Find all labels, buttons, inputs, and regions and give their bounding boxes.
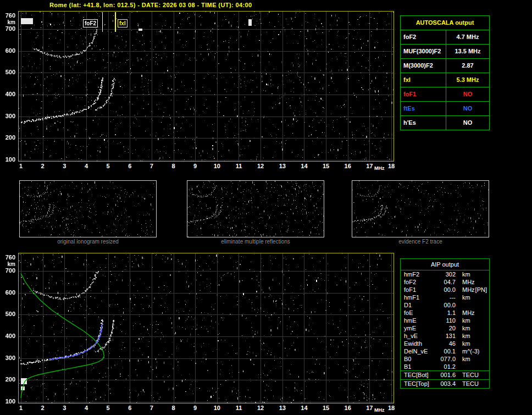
top-plot-x-tick-label: 3 bbox=[58, 163, 70, 169]
bottom-plot-x-tick-label: 5 bbox=[102, 405, 114, 411]
top-plot-y-tick-label: 200 bbox=[1, 134, 15, 141]
aip-row-label: ymE bbox=[404, 324, 436, 332]
aip-row-unit: km bbox=[456, 340, 470, 347]
aip-row: hmF2302km bbox=[401, 270, 489, 278]
aip-row-value: 46 bbox=[436, 340, 456, 347]
autoscala-row-label: ftEs bbox=[401, 102, 446, 115]
station-title: Rome (lat: +41.8, lon: 012.5) - DATE: 20… bbox=[49, 2, 252, 8]
bottom-plot-y-tick-label: 300 bbox=[1, 355, 15, 361]
aip-row-label: foF1 bbox=[404, 286, 436, 294]
top-plot-x-tick-label: 6 bbox=[124, 163, 136, 169]
aip-row-value: --- bbox=[436, 294, 456, 301]
aip-row-unit bbox=[456, 301, 462, 309]
aip-row-unit: km bbox=[456, 324, 470, 332]
bottom-plot-x-tick-label: 16 bbox=[342, 405, 354, 411]
bottom-plot-y-axis-unit: km bbox=[1, 261, 15, 267]
thumbnail-canvas-original bbox=[20, 181, 156, 237]
top-plot-x-tick-label: 8 bbox=[168, 163, 180, 169]
autoscala-row-label: fxI bbox=[401, 73, 446, 87]
bottom-plot-x-tick-label: 6 bbox=[124, 405, 136, 411]
top-plot-x-tick-label: 1 bbox=[15, 163, 27, 169]
aip-tec-unit: TECU bbox=[456, 371, 479, 379]
aip-row: DelN_vE00.1m^(-3) bbox=[401, 347, 489, 355]
bottom-plot-x-axis-unit: MHz bbox=[374, 407, 385, 413]
autoscala-rows: foF24.7 MHzMUF(3000)F213.5 MHzM(3000)F22… bbox=[401, 30, 489, 130]
top-plot-x-tick-label: 14 bbox=[298, 163, 310, 169]
fxi-marker-line bbox=[115, 12, 116, 32]
autoscala-row-label: MUF(3000)F2 bbox=[401, 45, 446, 58]
autoscala-row-value: 4.7 MHz bbox=[446, 30, 489, 44]
autoscala-row-value: NO bbox=[446, 87, 489, 101]
top-plot-y-tick-label: 100 bbox=[1, 156, 15, 163]
top-plot-x-tick-label: 5 bbox=[102, 163, 114, 169]
aip-row: foF204.7MHz bbox=[401, 278, 489, 286]
top-plot-y-tick-label: 300 bbox=[1, 113, 15, 119]
aip-tec-rows: TEC[Bot]001.6TECUTEC[Top]003.4TECU bbox=[401, 370, 489, 388]
aip-row-unit: km bbox=[456, 332, 470, 340]
aip-row: hmE110km bbox=[401, 317, 489, 324]
aip-rows: hmF2302kmfoF204.7MHzfoF100.0MHz[PN]hmF1-… bbox=[401, 270, 489, 370]
bottom-plot-y-tick-label: 760 bbox=[1, 254, 15, 261]
top-plot-y-tick-label: 700 bbox=[1, 25, 15, 32]
top-plot-x-tick-label: 10 bbox=[211, 163, 223, 169]
aip-row-unit: MHz bbox=[456, 309, 475, 317]
fof2-marker-line bbox=[102, 12, 103, 32]
top-plot-x-tick-label: 12 bbox=[254, 163, 267, 169]
autoscala-row: foF1NO bbox=[401, 87, 489, 101]
aip-row-value: 01.2 bbox=[436, 363, 456, 370]
aip-row: ymE20km bbox=[401, 324, 489, 332]
bottom-plot-y-tick-label: 600 bbox=[1, 289, 15, 296]
bottom-plot-y-tick-label: 700 bbox=[1, 267, 15, 274]
thumbnail-caption-original: original ionogram resized bbox=[19, 239, 157, 245]
ionogram-canvas-bottom bbox=[19, 253, 394, 403]
aip-row-value: 1.1 bbox=[436, 309, 456, 317]
bottom-plot-x-tick-label: 7 bbox=[146, 405, 158, 411]
top-plot-x-tick-label: 18 bbox=[385, 163, 397, 169]
aip-row-unit: m^(-3) bbox=[456, 347, 479, 355]
aip-row-value: 131 bbox=[436, 332, 456, 340]
aip-tec-unit: TECU bbox=[456, 380, 479, 388]
aip-row-label: hmF1 bbox=[404, 294, 436, 301]
fxi-marker-label: fxI bbox=[118, 19, 128, 27]
thumbnail-evidence-f2 bbox=[352, 180, 489, 237]
aip-row-unit: km bbox=[456, 270, 470, 278]
aip-row-note: [PN] bbox=[475, 286, 489, 294]
aip-row-value: 077.0 bbox=[436, 355, 456, 363]
bottom-plot-y-tick-label: 400 bbox=[1, 333, 15, 339]
top-plot-y-tick-label: 400 bbox=[1, 91, 15, 97]
thumbnail-canvas-evidence-f2 bbox=[352, 181, 489, 237]
aip-row-unit: km bbox=[456, 355, 470, 363]
aip-tec-row: TEC[Top]003.4TECU bbox=[401, 379, 489, 388]
bottom-plot-x-tick-label: 15 bbox=[320, 405, 332, 411]
bottom-plot-x-tick-label: 12 bbox=[254, 405, 267, 411]
autoscala-row-label: foF2 bbox=[401, 30, 446, 44]
aip-tec-label: TEC[Bot] bbox=[404, 371, 436, 379]
bottom-plot-x-tick-label: 11 bbox=[232, 405, 245, 411]
aip-table: AIP output hmF2302kmfoF204.7MHzfoF100.0M… bbox=[400, 258, 490, 389]
bottom-plot-x-tick-label: 9 bbox=[189, 405, 201, 411]
autoscala-row: MUF(3000)F213.5 MHz bbox=[401, 44, 489, 58]
top-plot-x-tick-label: 7 bbox=[146, 163, 158, 169]
autoscala-header: AUTOSCALA output bbox=[401, 16, 489, 30]
aip-row-unit bbox=[456, 363, 462, 370]
bottom-plot-x-tick-label: 10 bbox=[211, 405, 223, 411]
aip-tec-label: TEC[Top] bbox=[404, 380, 436, 388]
top-plot-x-axis-unit: MHz bbox=[374, 165, 385, 171]
aip-row-value: 00.1 bbox=[436, 347, 456, 355]
top-plot-x-tick-label: 9 bbox=[189, 163, 201, 169]
top-plot-x-tick-label: 4 bbox=[80, 163, 92, 169]
aip-row-label: h_vE bbox=[404, 332, 436, 340]
autoscala-row-label: M(3000)F2 bbox=[401, 59, 446, 73]
top-plot-x-tick-label: 15 bbox=[320, 163, 332, 169]
bottom-plot-x-tick-label: 14 bbox=[298, 405, 310, 411]
bottom-plot-y-tick-label: 100 bbox=[1, 398, 15, 405]
thumbnail-caption-eliminate: eliminate multiple reflections bbox=[187, 239, 324, 245]
aip-row: foE1.1MHz bbox=[401, 309, 489, 317]
aip-row-label: DelN_vE bbox=[404, 347, 436, 355]
bottom-plot-x-tick-label: 8 bbox=[168, 405, 180, 411]
top-plot-y-tick-label: 760 bbox=[1, 12, 15, 19]
autoscala-row-value: NO bbox=[446, 116, 489, 130]
autoscala-row-value: NO bbox=[446, 102, 489, 115]
ionogram-plot-bottom bbox=[18, 253, 394, 403]
bottom-plot-x-tick-label: 3 bbox=[58, 405, 70, 411]
